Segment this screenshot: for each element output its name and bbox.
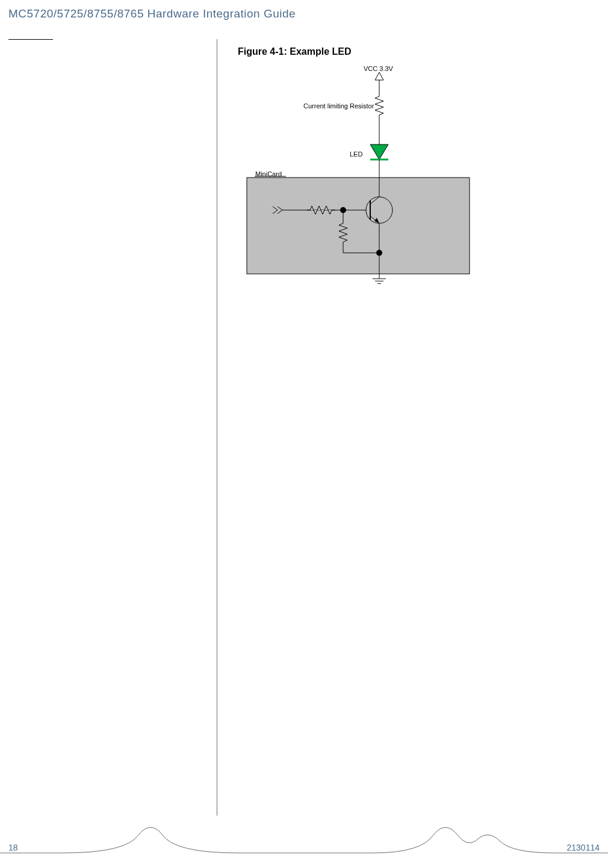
content-divider	[217, 39, 217, 816]
footer-wave-icon	[0, 823, 608, 865]
header-underline	[8, 39, 53, 40]
document-number: 2130114	[566, 843, 600, 852]
circuit-diagram	[244, 63, 527, 286]
page-header: MC5720/5725/8755/8765 Hardware Integrati…	[8, 7, 296, 20]
page-number: 18	[8, 843, 18, 852]
svg-rect-4	[247, 178, 470, 274]
figure-caption: Figure 4-1: Example LED	[238, 46, 352, 57]
